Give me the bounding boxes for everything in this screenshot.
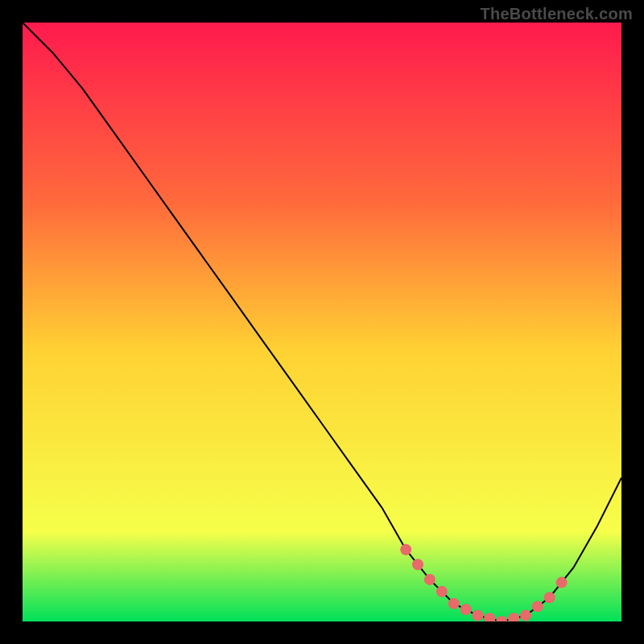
optimal-marker bbox=[436, 586, 448, 597]
optimal-marker bbox=[460, 604, 472, 615]
watermark-text: TheBottleneck.com bbox=[480, 5, 633, 23]
optimal-marker bbox=[520, 610, 531, 621]
optimal-marker bbox=[472, 610, 483, 621]
optimal-marker bbox=[448, 598, 460, 609]
optimal-marker bbox=[400, 544, 411, 555]
optimal-marker bbox=[544, 592, 555, 603]
optimal-marker bbox=[532, 601, 543, 612]
optimal-marker bbox=[412, 559, 423, 570]
gradient-background bbox=[23, 23, 621, 621]
optimal-marker bbox=[556, 577, 568, 588]
bottleneck-chart bbox=[23, 23, 621, 621]
chart-stage: TheBottleneck.com bbox=[0, 0, 644, 644]
optimal-marker bbox=[424, 574, 436, 585]
